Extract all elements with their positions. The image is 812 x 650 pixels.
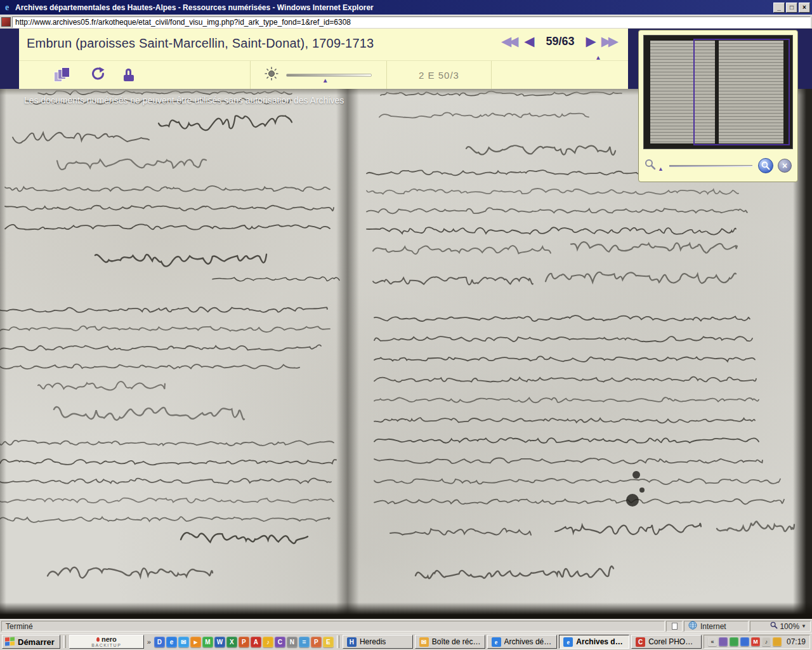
internet-explorer-icon: e bbox=[492, 637, 501, 647]
messenger-tray-icon[interactable]: M bbox=[751, 637, 760, 646]
status-pane: Terminé bbox=[1, 621, 665, 632]
photo-editor-icon[interactable]: C bbox=[275, 637, 285, 647]
audio-player-icon[interactable]: ♪ bbox=[263, 637, 273, 647]
maximize-button[interactable]: □ bbox=[786, 3, 797, 13]
zoom-magnifier-icon bbox=[645, 159, 656, 173]
zoom-pane[interactable]: 100% ▼ bbox=[750, 621, 811, 632]
minimize-button[interactable]: _ bbox=[773, 3, 785, 13]
taskbar-button-inbox[interactable]: ✉ Boîte de récepti... bbox=[415, 635, 485, 649]
close-navigator-button[interactable]: × bbox=[778, 159, 792, 173]
zoom-level: 100% bbox=[780, 622, 799, 631]
brightness-slider[interactable]: ▲ bbox=[286, 74, 372, 77]
zoom-slider-marker[interactable]: ▲ bbox=[658, 166, 664, 172]
rotate-icon[interactable] bbox=[91, 67, 106, 83]
hidden-icons-chevron[interactable]: « bbox=[708, 637, 717, 646]
system-tray: «M♪ 07:19 bbox=[704, 635, 810, 649]
mail-icon: ✉ bbox=[419, 637, 429, 647]
security-zone-pane: Internet bbox=[684, 621, 749, 632]
nero-logo: nero bbox=[96, 635, 117, 643]
heredis-icon: H bbox=[347, 637, 357, 647]
quick-launch-overflow-chevron[interactable]: » bbox=[146, 638, 152, 646]
media-player-icon[interactable]: ► bbox=[190, 637, 201, 647]
brightness-sun-icon bbox=[265, 67, 278, 83]
status-text: Terminé bbox=[6, 622, 33, 631]
powerpoint-icon[interactable]: P bbox=[239, 637, 249, 647]
taskbar-button-label: Archives départ... bbox=[504, 637, 553, 646]
toolbar-filler bbox=[492, 61, 628, 89]
notepad-icon[interactable]: N bbox=[287, 637, 298, 647]
viewer-toolbar: ▲ 2 E 50/3 bbox=[19, 60, 628, 89]
navigator-panel: ▲ × bbox=[638, 30, 798, 182]
document-reference: 2 E 50/3 bbox=[419, 70, 459, 81]
previous-page-button[interactable]: ◀ bbox=[524, 34, 534, 49]
display-tray-icon[interactable] bbox=[740, 637, 749, 646]
explorer-icon[interactable]: E bbox=[323, 637, 334, 647]
taskbar-button-archives-1[interactable]: e Archives départ... bbox=[487, 635, 558, 649]
window-controls: _ □ × bbox=[773, 3, 810, 13]
quick-launch-bar: De✉►MWXPA♪CN=PE bbox=[154, 637, 334, 647]
globe-icon bbox=[688, 621, 697, 632]
taskbar-button-label: Boîte de récepti... bbox=[432, 637, 481, 646]
start-label: Démarrer bbox=[18, 637, 55, 647]
reference-cell: 2 E 50/3 bbox=[387, 61, 492, 89]
antivirus-tray-icon[interactable] bbox=[730, 637, 738, 646]
taskbar-button-heredis[interactable]: H Heredis bbox=[343, 635, 413, 649]
taskbar-button-nero[interactable]: nero BACKITUP bbox=[69, 635, 144, 649]
status-icon-pane bbox=[666, 621, 683, 632]
internet-explorer-icon[interactable]: e bbox=[166, 637, 177, 647]
scheduler-tray-icon[interactable] bbox=[773, 637, 782, 646]
word-icon[interactable]: W bbox=[214, 637, 225, 647]
taskbar: Démarrer nero BACKITUP » De✉►MWXPA♪CN=PE… bbox=[0, 633, 812, 650]
page-status-icon bbox=[672, 623, 678, 630]
close-button[interactable]: × bbox=[799, 3, 810, 13]
volume-tray-icon[interactable]: ♪ bbox=[762, 637, 771, 646]
zoom-caret-icon[interactable]: ▼ bbox=[801, 623, 806, 629]
window-titlebar[interactable]: e Archives départementales des Hautes-Al… bbox=[0, 0, 812, 15]
viewport-rectangle[interactable] bbox=[693, 39, 790, 145]
page-navigation: ◀◀ ◀ 59/63 ▶ ▶▶ bbox=[501, 34, 619, 49]
address-bar bbox=[0, 15, 812, 29]
security-zone-label: Internet bbox=[700, 622, 726, 631]
viewer-header: Embrun (paroisses Saint-Marcellin, Saint… bbox=[19, 29, 628, 89]
taskbar-clock[interactable]: 07:19 bbox=[787, 637, 806, 646]
status-bar: Terminé Internet 100% ▼ bbox=[0, 619, 812, 633]
excel-icon[interactable]: X bbox=[226, 637, 237, 647]
windows-flag-icon bbox=[5, 637, 15, 646]
last-page-button[interactable]: ▶▶ bbox=[601, 34, 619, 49]
next-page-button[interactable]: ▶ bbox=[586, 34, 596, 49]
zoom-button[interactable] bbox=[758, 158, 773, 173]
zoom-status-icon bbox=[770, 621, 778, 631]
taskbar-button-corel[interactable]: C Corel PHOTO-P... bbox=[631, 635, 702, 649]
book-gutter bbox=[336, 89, 359, 619]
lock-icon[interactable] bbox=[124, 69, 135, 82]
nero-flame-icon bbox=[96, 637, 100, 642]
toolbar-grip[interactable] bbox=[63, 635, 66, 648]
zoom-slider[interactable] bbox=[669, 165, 752, 167]
show-desktop-icon[interactable]: D bbox=[154, 637, 165, 647]
copyright-watermark: Les documents numérisés ne peuvent être … bbox=[24, 95, 344, 105]
outlook-express-icon[interactable]: ✉ bbox=[178, 637, 189, 647]
internet-explorer-logo-icon: e bbox=[2, 3, 12, 13]
toolbar-grip[interactable] bbox=[337, 635, 339, 648]
window-title: Archives départementales des Hautes-Alpe… bbox=[15, 3, 773, 12]
taskbar-button-archives-2-active[interactable]: e Archives dépa... bbox=[559, 635, 629, 649]
navigator-controls: ▲ × bbox=[645, 155, 792, 176]
calculator-icon[interactable]: = bbox=[299, 637, 310, 647]
navigator-thumbnail[interactable] bbox=[643, 35, 793, 149]
internet-explorer-icon: e bbox=[563, 637, 573, 647]
taskbar-button-label: Heredis bbox=[360, 637, 386, 646]
paint-icon[interactable]: P bbox=[311, 637, 322, 647]
messenger-icon[interactable]: M bbox=[202, 637, 213, 647]
start-button[interactable]: Démarrer bbox=[2, 635, 60, 649]
first-page-button[interactable]: ◀◀ bbox=[501, 34, 519, 49]
nero-sublabel: BACKITUP bbox=[91, 643, 121, 648]
graphics-tray-icon[interactable] bbox=[719, 637, 728, 646]
acrobat-icon[interactable]: A bbox=[251, 637, 261, 647]
brightness-slider-marker[interactable]: ▲ bbox=[322, 77, 329, 84]
internet-explorer-window: e Archives départementales des Hautes-Al… bbox=[0, 0, 812, 650]
page-layout-icon[interactable] bbox=[54, 67, 73, 83]
viewer-header-top: Embrun (paroisses Saint-Marcellin, Saint… bbox=[19, 29, 628, 60]
nero-label: nero bbox=[102, 635, 117, 643]
url-input[interactable] bbox=[12, 17, 811, 28]
taskbar-button-label: Corel PHOTO-P... bbox=[648, 637, 697, 646]
